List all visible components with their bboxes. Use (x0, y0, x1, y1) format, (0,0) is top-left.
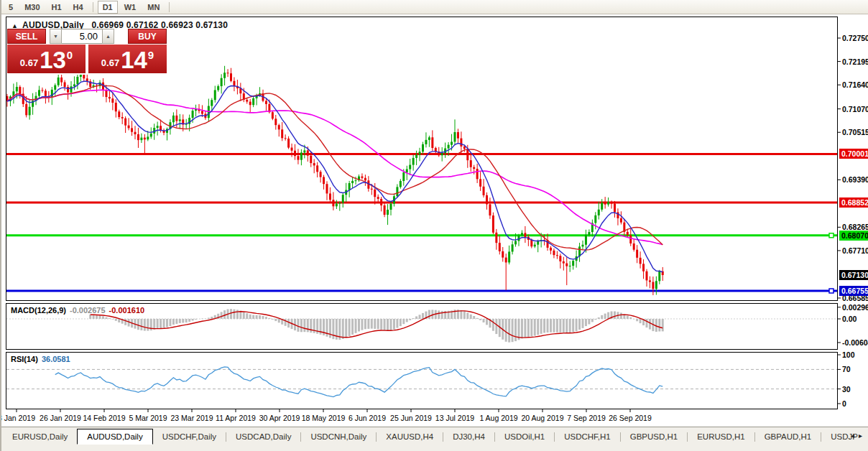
rsi-pane[interactable] (6, 352, 838, 409)
chart-tab-usdcad-daily[interactable]: USDCAD,Daily (226, 429, 300, 445)
toolbar-separator (169, 2, 170, 12)
chart-tab-gbpaud-h1[interactable]: GBPAUD,H1 (755, 429, 821, 445)
date-axis-label: 23 Mar 2019 (171, 414, 213, 422)
timeframe-button-h1[interactable]: H1 (47, 1, 67, 14)
chart-tab-audusd-daily[interactable]: AUDUSD,Daily (77, 429, 152, 445)
tab-scroll-right-icon[interactable]: ▸ (859, 432, 867, 440)
price-axis-tick: 0.72195 (842, 57, 868, 66)
macd-name: MACD(12,26,9) (11, 306, 66, 315)
chart-tab-gbpusd-h1[interactable]: GBPUSD,H1 (621, 429, 687, 445)
current-price-badge: 0.67130 (839, 270, 868, 280)
volume-decrease-button[interactable]: ▼ (50, 29, 62, 44)
date-axis-label: 14 Feb 2019 (83, 414, 126, 422)
tab-scroll-left-icon[interactable]: ◂ (851, 432, 859, 440)
timeframe-button-w1[interactable]: W1 (119, 1, 142, 14)
date-axis-label: 5 Mar 2019 (129, 414, 167, 422)
macd-label: MACD(12,26,9)-0.002675-0.001610 (11, 306, 144, 315)
date-axis-label: 1 Aug 2019 (479, 414, 517, 422)
date-axis-label: 11 Apr 2019 (216, 414, 256, 422)
chart-tab-eurusd-h1[interactable]: EURUSD,H1 (688, 429, 754, 445)
buy-price-pips: 14 (121, 50, 147, 71)
price-axis-tick: 0.67710 (842, 246, 868, 255)
date-axis-label: 8 Jan 2019 (0, 414, 35, 422)
chart-tab-bar: EURUSD,DailyAUDUSD,DailyUSDCHF,DailyUSDC… (1, 427, 868, 451)
one-click-trade-panel: SELL ▼ ▲ BUY 0.67 13 0 0.67 14 9 (7, 29, 167, 75)
date-axis-label: 6 Jun 2019 (348, 414, 386, 422)
buy-price-prefix: 0.67 (101, 57, 119, 68)
rsi-name: RSI(14) (11, 355, 38, 363)
chart-tab-usdcnh-daily[interactable]: USDCNH,Daily (301, 429, 376, 445)
timeframe-button-mn[interactable]: MN (142, 1, 165, 14)
price-axis-tick: 0.71070 (842, 105, 868, 113)
sell-button[interactable]: SELL (7, 29, 46, 44)
price-axis-tick: 0.70515 (842, 128, 868, 136)
timeframe-button-h4[interactable]: H4 (68, 1, 88, 14)
date-axis-label: 26 Sep 2019 (609, 414, 652, 422)
chart-tab-usdchf-daily[interactable]: USDCHF,Daily (153, 429, 226, 445)
chart-tab-usdoil-h1[interactable]: USDOil,H1 (495, 429, 554, 445)
rsi-label: RSI(14)36.0581 (11, 355, 70, 363)
sell-price-pips: 13 (40, 50, 66, 71)
date-axis-label: 7 Sep 2019 (567, 414, 606, 422)
tab-scroll-arrows[interactable]: ◂▸ (851, 432, 867, 440)
chart-tab-dj30-h4[interactable]: DJ30,H4 (443, 429, 494, 445)
date-axis-label: 13 Jul 2019 (435, 414, 474, 422)
timeframe-button-d1[interactable]: D1 (98, 1, 118, 14)
macd-axis-tick: -0.006047 (842, 338, 868, 347)
buy-button[interactable]: BUY (128, 29, 167, 44)
buy-price-quote[interactable]: 0.67 14 9 (88, 45, 167, 73)
macd-value: -0.002675 (70, 306, 106, 315)
sell-price-point: 0 (67, 49, 73, 61)
date-axis-label: 20 Aug 2019 (522, 414, 564, 422)
level-price-badge: 0.66755 (839, 286, 868, 296)
level-price-badge: 0.68070 (839, 231, 868, 241)
date-axis-label: 18 May 2019 (302, 414, 346, 422)
macd-axis-tick: 0.00 (842, 315, 857, 323)
buy-price-point: 9 (148, 49, 154, 61)
rsi-axis-tick: 0 (842, 399, 846, 408)
rsi-value: 36.0581 (42, 355, 70, 363)
chart-tab-eurusd-daily[interactable]: EURUSD,Daily (3, 429, 77, 445)
trading-terminal-window: 5M30H1H4D1W1MN ▲AUDUSD,Daily 0.66969 0.6… (0, 0, 868, 451)
macd-signal-value: -0.001610 (109, 306, 145, 315)
rsi-axis-tick: 100 (842, 350, 855, 359)
timeframe-toolbar: 5M30H1H4D1W1MN (1, 0, 868, 14)
timeframe-button-m30[interactable]: M30 (19, 1, 45, 14)
volume-increase-button[interactable]: ▲ (102, 29, 114, 44)
sell-price-prefix: 0.67 (20, 57, 38, 68)
level-price-badge: 0.70001 (839, 149, 868, 159)
sell-price-quote[interactable]: 0.67 13 0 (7, 45, 86, 73)
price-axis-tick: 0.71640 (842, 80, 868, 89)
macd-axis-tick: 0.002968 (842, 303, 868, 312)
chart-tab-xauusd-h4[interactable]: XAUUSD,H4 (377, 429, 443, 445)
rsi-axis-tick: 70 (842, 365, 851, 373)
toolbar-separator (93, 2, 93, 12)
date-axis-label: 25 Jun 2019 (390, 414, 432, 422)
rsi-axis-tick: 30 (842, 385, 851, 394)
volume-input[interactable] (62, 29, 102, 44)
timeframe-button-5[interactable]: 5 (4, 1, 18, 14)
price-axis-tick: 0.72750 (842, 34, 868, 42)
trade-controls-row: SELL ▼ ▲ BUY (7, 29, 167, 44)
date-axis-label: 30 Apr 2019 (259, 414, 300, 422)
date-axis-label: 26 Jan 2019 (40, 414, 81, 422)
price-axis-tick: 0.69390 (842, 175, 868, 184)
chart-tab-usdchf-h1[interactable]: USDCHF,H1 (555, 429, 620, 445)
level-price-badge: 0.68852 (839, 197, 868, 208)
